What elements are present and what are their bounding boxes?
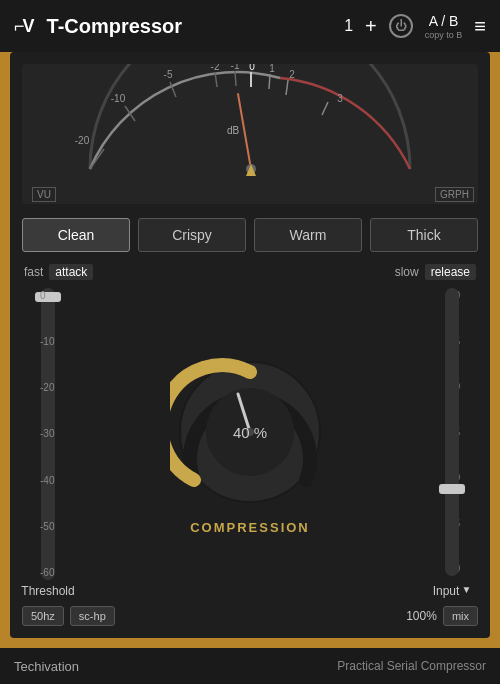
svg-text:0: 0 [249,64,255,72]
svg-text:-10: -10 [111,93,126,104]
svg-line-14 [286,80,288,95]
attack-label[interactable]: attack [49,264,93,280]
product-description: Practical Serial Compressor [337,659,486,673]
power-button[interactable]: ⏻ [389,14,413,38]
svg-text:2: 2 [289,69,295,80]
svg-text:-5: -5 [164,69,173,80]
svg-point-25 [246,428,254,436]
svg-line-8 [235,71,236,86]
svg-line-19 [238,94,251,169]
input-label: Input [433,584,460,598]
mix-value: 100% [406,609,437,623]
svg-line-16 [322,102,328,115]
style-thick-button[interactable]: Thick [370,218,478,252]
threshold-label: Threshold [21,584,74,598]
instance-number[interactable]: 1 [344,17,353,35]
release-group: slow release [395,264,476,280]
ab-switch[interactable]: A / B copy to B [425,12,463,40]
app-title: T-Compressor [47,15,335,38]
style-buttons-group: Clean Crispy Warm Thick [22,218,478,252]
svg-line-12 [269,74,270,89]
input-dropdown-icon[interactable]: ▼ [461,584,471,595]
brand-name: Techivation [14,659,79,674]
hz-filter-button[interactable]: 50hz [22,606,64,626]
main-panel: -20 -10 -5 -2 -1 0 1 2 3 dB [10,52,490,638]
compression-knob-column: 40 % COMPRESSION [74,288,426,598]
input-track[interactable] [445,288,459,576]
grph-mode-button[interactable]: GRPH [435,187,474,202]
ab-label: A / B [429,13,459,29]
threshold-slider-wrap: 0 -10 -20 -30 -40 -50 -60 [22,288,74,580]
input-thumb[interactable] [439,484,465,494]
menu-button[interactable]: ≡ [474,16,486,36]
attack-release-row: fast attack slow release [22,264,478,280]
release-speed-label: slow [395,265,419,279]
header: ⌐V T-Compressor 1 + ⏻ A / B copy to B ≡ [0,0,500,52]
input-slider-wrap: 20 15 10 5 0 -5 -10 [426,288,478,576]
threshold-scale-40: -40 [40,475,54,486]
threshold-scale: 0 -10 -20 -30 -40 -50 -60 [40,288,54,580]
threshold-scale-30: -30 [40,428,54,439]
knob-svg [170,352,330,512]
attack-speed-label: fast [24,265,43,279]
svg-text:-20: -20 [75,135,90,146]
threshold-column: 0 -10 -20 -30 -40 -50 -60 Threshold [22,288,74,598]
compression-knob[interactable]: 40 % [170,352,330,512]
sc-hp-button[interactable]: sc-hp [70,606,115,626]
threshold-scale-50: -50 [40,521,54,532]
attack-group: fast attack [24,264,93,280]
bottom-tags: 50hz sc-hp [22,606,115,626]
mix-button[interactable]: mix [443,606,478,626]
copy-to-b-label: copy to B [425,30,463,40]
style-clean-button[interactable]: Clean [22,218,130,252]
svg-text:3: 3 [337,93,343,104]
svg-text:1: 1 [269,64,275,74]
svg-text:-1: -1 [231,64,240,71]
threshold-scale-0: 0 [40,290,54,301]
vu-gauge: -20 -10 -5 -2 -1 0 1 2 3 dB [60,64,440,184]
release-label[interactable]: release [425,264,476,280]
style-crispy-button[interactable]: Crispy [138,218,246,252]
svg-text:-2: -2 [211,64,220,72]
add-instance-button[interactable]: + [365,15,377,38]
vu-meter-section: -20 -10 -5 -2 -1 0 1 2 3 dB [22,64,478,204]
vu-mode-button[interactable]: VU [32,187,56,202]
threshold-scale-60: -60 [40,567,54,578]
mix-row: 100% mix [406,606,478,626]
threshold-scale-10: -10 [40,336,54,347]
footer: Techivation Practical Serial Compressor [0,648,500,684]
controls-section: 0 -10 -20 -30 -40 -50 -60 Threshold [22,288,478,598]
input-column: 20 15 10 5 0 -5 -10 Input ▼ [426,288,478,598]
svg-line-2 [125,106,135,121]
threshold-scale-20: -20 [40,382,54,393]
logo-icon: ⌐V [14,16,33,37]
input-label-row: Input ▼ [433,580,472,598]
svg-text:dB: dB [227,125,240,136]
compression-label: COMPRESSION [190,520,310,535]
style-warm-button[interactable]: Warm [254,218,362,252]
header-controls: 1 + ⏻ A / B copy to B ≡ [344,12,486,40]
bottom-row: 50hz sc-hp 100% mix [22,606,478,626]
